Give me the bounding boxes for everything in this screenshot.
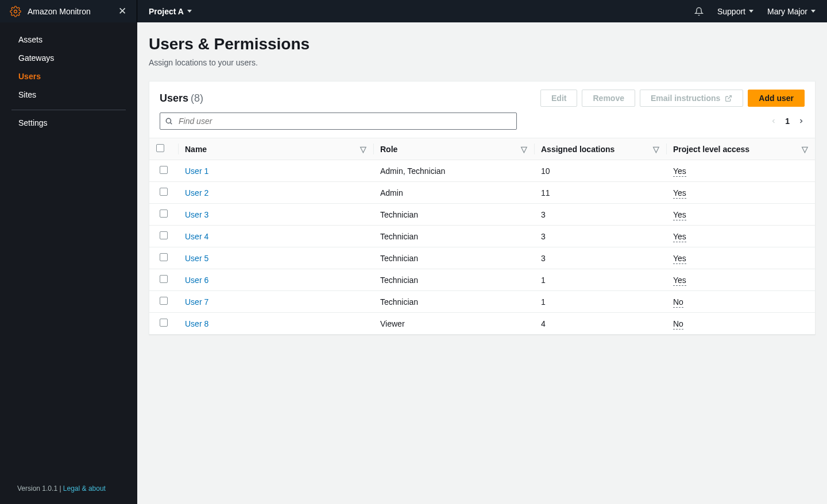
close-icon[interactable]: ✕ <box>118 5 126 17</box>
user-link[interactable]: User 6 <box>185 276 208 285</box>
user-access: Yes <box>666 182 815 204</box>
table-row: User 8Viewer4No <box>149 313 815 335</box>
caret-down-icon <box>749 10 753 13</box>
user-role: Admin, Technician <box>373 160 534 182</box>
user-role: Admin <box>373 182 534 204</box>
row-checkbox[interactable] <box>160 166 168 174</box>
user-role: Technician <box>373 204 534 226</box>
user-link[interactable]: User 2 <box>185 188 208 197</box>
col-name-label: Name <box>185 145 207 154</box>
col-role-label: Role <box>380 145 397 154</box>
user-role: Viewer <box>373 313 534 335</box>
row-checkbox[interactable] <box>160 231 168 239</box>
col-locations-label: Assigned locations <box>541 145 615 154</box>
sidebar-footer: Version 1.0.1 | Legal & about <box>0 484 137 504</box>
search-icon <box>165 117 173 125</box>
user-role: Technician <box>373 291 534 313</box>
table-row: User 4Technician3Yes <box>149 226 815 247</box>
row-checkbox[interactable] <box>160 253 168 261</box>
row-checkbox[interactable] <box>160 297 168 305</box>
gear-icon <box>10 6 21 17</box>
next-page-button[interactable] <box>798 117 805 126</box>
user-access: Yes <box>666 247 815 269</box>
col-access: Project level access ▽ <box>666 138 815 160</box>
user-label: Mary Major <box>767 7 807 16</box>
users-panel: Users (8) Edit Remove Email instructions <box>149 81 816 335</box>
row-checkbox[interactable] <box>160 319 168 327</box>
legal-link[interactable]: Legal & about <box>63 484 106 493</box>
select-all-checkbox[interactable] <box>156 144 164 152</box>
add-user-button[interactable]: Add user <box>748 90 805 107</box>
edit-button[interactable]: Edit <box>540 90 577 107</box>
user-link[interactable]: User 3 <box>185 210 208 219</box>
col-locations: Assigned locations ▽ <box>534 138 666 160</box>
table-row: User 6Technician1Yes <box>149 269 815 291</box>
email-instructions-button[interactable]: Email instructions <box>640 90 743 107</box>
sort-icon[interactable]: ▽ <box>521 145 527 154</box>
prev-page-button[interactable] <box>770 117 777 126</box>
email-instructions-label: Email instructions <box>651 94 720 103</box>
sidebar-item-users[interactable]: Users <box>0 67 137 86</box>
row-checkbox[interactable] <box>160 188 168 196</box>
sort-icon[interactable]: ▽ <box>802 145 808 154</box>
panel-toolbar: 1 <box>149 113 815 138</box>
users-table: Name ▽ Role ▽ Assigned locations ▽ Pro <box>149 138 815 334</box>
external-link-icon <box>725 95 732 102</box>
table-row: User 3Technician3Yes <box>149 204 815 226</box>
col-access-label: Project level access <box>673 145 749 154</box>
sidebar: Assets Gateways Users Sites Settings Ver… <box>0 22 137 504</box>
user-access: Yes <box>666 269 815 291</box>
user-link[interactable]: User 4 <box>185 232 208 241</box>
user-link[interactable]: User 1 <box>185 166 208 176</box>
svg-point-0 <box>14 10 17 13</box>
sidebar-item-settings[interactable]: Settings <box>0 114 137 132</box>
svg-line-3 <box>171 123 172 125</box>
brand-label: Amazon Monitron <box>28 7 91 16</box>
version-text: Version 1.0.1 | <box>17 484 63 493</box>
user-access: No <box>666 313 815 335</box>
support-label: Support <box>717 7 745 16</box>
sort-icon[interactable]: ▽ <box>360 145 366 154</box>
notifications-icon[interactable] <box>694 7 704 16</box>
user-link[interactable]: User 7 <box>185 297 208 307</box>
svg-line-1 <box>728 95 732 99</box>
user-locations: 4 <box>534 313 666 335</box>
pager: 1 <box>770 117 805 126</box>
user-link[interactable]: User 8 <box>185 319 208 328</box>
sidebar-item-sites[interactable]: Sites <box>0 86 137 104</box>
user-role: Technician <box>373 226 534 247</box>
project-picker[interactable]: Project A <box>137 7 192 16</box>
user-menu[interactable]: Mary Major <box>767 7 816 16</box>
user-role: Technician <box>373 269 534 291</box>
support-menu[interactable]: Support <box>717 7 753 16</box>
row-checkbox[interactable] <box>160 210 168 218</box>
caret-down-icon <box>187 10 192 13</box>
user-access: Yes <box>666 226 815 247</box>
user-locations: 1 <box>534 269 666 291</box>
topbar-brand-area: Amazon Monitron ✕ <box>0 0 137 22</box>
user-link[interactable]: User 5 <box>185 254 208 263</box>
user-access: Yes <box>666 204 815 226</box>
topbar: Amazon Monitron ✕ Project A Support Mary… <box>0 0 827 22</box>
search-wrap <box>160 113 517 130</box>
user-role: Technician <box>373 247 534 269</box>
table-row: User 7Technician1No <box>149 291 815 313</box>
panel-actions: Edit Remove Email instructions Add user <box>540 90 805 107</box>
col-name: Name ▽ <box>178 138 373 160</box>
user-locations: 3 <box>534 247 666 269</box>
col-checkbox <box>149 138 178 160</box>
sort-icon[interactable]: ▽ <box>653 145 659 154</box>
content: Users & Permissions Assign locations to … <box>137 22 827 504</box>
panel-header: Users (8) Edit Remove Email instructions <box>149 82 815 113</box>
search-input[interactable] <box>160 113 517 130</box>
sidebar-item-gateways[interactable]: Gateways <box>0 49 137 67</box>
sidebar-item-assets[interactable]: Assets <box>0 30 137 49</box>
page-subtitle: Assign locations to your users. <box>149 58 816 67</box>
caret-down-icon <box>811 10 816 13</box>
remove-button[interactable]: Remove <box>582 90 635 107</box>
topbar-right: Support Mary Major <box>694 7 827 16</box>
page-title: Users & Permissions <box>149 35 816 53</box>
row-checkbox[interactable] <box>160 275 168 283</box>
user-locations: 3 <box>534 204 666 226</box>
page-number: 1 <box>785 117 790 126</box>
